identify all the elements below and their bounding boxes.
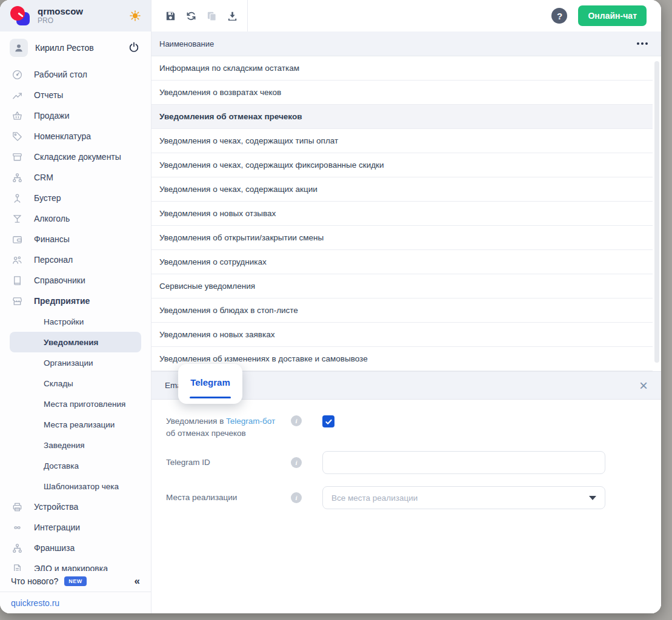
close-panel-icon[interactable]: ×: [639, 378, 648, 393]
sidebar-item-alcohol[interactable]: Алкоголь: [0, 208, 151, 229]
subitem-label: Настройки: [44, 317, 84, 326]
sidebar-footer: Что нового? NEW « quickresto.ru: [0, 571, 151, 613]
sidebar-item-dashboard[interactable]: Рабочий стол: [0, 64, 151, 85]
sidebar-subitem-organizations[interactable]: Организации: [10, 352, 141, 373]
book-icon: [11, 274, 23, 286]
account-title: qrmoscow: [38, 6, 122, 16]
online-chat-button[interactable]: Онлайн-чат: [578, 5, 647, 26]
table-row[interactable]: Уведомления о чеках, содержащих типы опл…: [151, 129, 653, 153]
user-name: Кирилл Рестов: [35, 43, 121, 53]
active-tab-underline: [190, 397, 231, 399]
reports-icon: [11, 89, 23, 101]
martini-glass-icon: [11, 213, 23, 225]
row-label: Уведомления о новых отзывах: [159, 209, 276, 218]
subitem-label: Склады: [44, 379, 73, 388]
collapse-sidebar-icon[interactable]: «: [135, 575, 140, 587]
table-header: Наименование: [151, 31, 661, 56]
table-row-selected[interactable]: Уведомления об отменах пречеков: [151, 105, 653, 129]
refresh-icon[interactable]: [181, 5, 201, 26]
sidebar-item-label: Персонал: [34, 255, 73, 265]
table-scrollbar[interactable]: [654, 61, 659, 363]
sidebar-item-devices[interactable]: Устройства: [0, 496, 151, 517]
site-link[interactable]: quickresto.ru: [11, 598, 59, 608]
wallet-icon: [11, 233, 23, 245]
more-options-icon[interactable]: [637, 42, 648, 45]
whats-new-link[interactable]: Что нового?: [11, 576, 58, 586]
sidebar-item-warehouse-docs[interactable]: Складские документы: [0, 147, 151, 167]
sidebar-item-label: Интеграции: [34, 523, 80, 532]
sidebar-item-enterprise[interactable]: Предприятие: [0, 291, 151, 311]
table-row[interactable]: Уведомления о новых заявках: [151, 323, 653, 347]
save-icon[interactable]: [160, 5, 181, 26]
sidebar-item-sales[interactable]: Продажи: [0, 105, 151, 126]
places-select[interactable]: Все места реализации: [322, 486, 605, 509]
row-label: Уведомления об изменениях в доставке и с…: [159, 354, 368, 363]
sidebar-subitem-warehouses[interactable]: Склады: [10, 373, 141, 394]
sidebar-subitem-notifications[interactable]: Уведомления: [10, 332, 141, 352]
table-row[interactable]: Уведомления о чеках, содержащих акции: [151, 177, 653, 202]
account-plan: PRO: [38, 17, 122, 25]
info-icon[interactable]: i: [291, 457, 302, 468]
sidebar-item-edo[interactable]: ЭДО и маркировка: [0, 558, 151, 571]
sidebar-item-reports[interactable]: Отчеты: [0, 85, 151, 105]
subitem-label: Организации: [44, 358, 93, 368]
sidebar-item-label: Продажи: [34, 111, 69, 120]
printer-icon: [11, 501, 23, 513]
subitem-label: Доставка: [44, 461, 79, 470]
sidebar-item-finance[interactable]: Финансы: [0, 229, 151, 249]
sidebar-subitem-settings[interactable]: Настройки: [10, 311, 141, 332]
sidebar-item-crm[interactable]: CRM: [0, 167, 151, 188]
sidebar-subitem-sales-places[interactable]: Места реализации: [10, 414, 141, 435]
sidebar-item-nomenclature[interactable]: Номенклатура: [0, 126, 151, 147]
sidebar-item-label: Франшиза: [34, 543, 75, 553]
sidebar-item-staff[interactable]: Персонал: [0, 249, 151, 270]
detail-panel: Email Telegram × Уведомления в Telegram-…: [151, 371, 661, 613]
table-row[interactable]: Информация по складским остаткам: [151, 56, 653, 81]
org-chart-icon: [11, 171, 23, 183]
table-row[interactable]: Сервисные уведомления: [151, 274, 653, 298]
sidebar-subitem-delivery[interactable]: Доставка: [10, 455, 141, 476]
sidebar-item-label: Складские документы: [34, 152, 121, 162]
sidebar-item-franchise[interactable]: Франшиза: [0, 538, 151, 558]
org-chart-icon: [11, 542, 23, 554]
sidebar-item-label: Номенклатура: [34, 131, 91, 141]
toolbar: ? Онлайн-чат: [151, 0, 661, 31]
table-row[interactable]: Уведомления о блюдах в стоп-листе: [151, 298, 653, 323]
download-icon[interactable]: [222, 5, 242, 26]
logout-power-icon[interactable]: [128, 41, 141, 54]
telegram-id-input[interactable]: [322, 451, 605, 474]
subitem-label: Места реализации: [44, 420, 115, 429]
app-window: qrmoscow PRO Кирилл Рестов: [0, 0, 661, 613]
copy-icon: [201, 5, 222, 26]
sidebar-item-label: Предприятие: [34, 296, 90, 306]
form-row-notify: Уведомления в Telegram-бот об отменах пр…: [166, 415, 647, 439]
booster-icon: [11, 192, 23, 204]
form-row-places: Места реализации i Все места реализации: [166, 486, 647, 509]
table-row[interactable]: Уведомления об открытии/закрытии смены: [151, 226, 653, 250]
quickresto-logo-icon: [10, 5, 30, 26]
storefront-icon: [11, 295, 23, 307]
info-icon[interactable]: i: [291, 492, 302, 503]
tab-telegram[interactable]: Telegram: [178, 364, 242, 404]
sidebar-subitem-receipt-template[interactable]: Шаблонизатор чека: [10, 476, 141, 496]
sidebar-item-booster[interactable]: Бустер: [0, 188, 151, 208]
table-row[interactable]: Уведомления о сотрудниках: [151, 250, 653, 274]
table-row[interactable]: Уведомления о новых отзывах: [151, 202, 653, 226]
telegram-bot-link[interactable]: Telegram-бот: [226, 417, 275, 426]
info-icon[interactable]: i: [291, 415, 302, 426]
subitem-label: Уведомления: [44, 338, 98, 347]
sidebar-subitem-venues[interactable]: Заведения: [10, 435, 141, 455]
row-label: Уведомления о сотрудниках: [159, 257, 267, 266]
sidebar-item-directories[interactable]: Справочники: [0, 270, 151, 291]
subitem-label: Шаблонизатор чека: [44, 482, 119, 491]
sidebar-item-integrations[interactable]: Интеграции: [0, 517, 151, 538]
sidebar-item-label: ЭДО и маркировка: [34, 564, 108, 571]
table-row[interactable]: Уведомления о возвратах чеков: [151, 81, 653, 105]
theme-brightness-icon[interactable]: [129, 10, 141, 22]
help-icon[interactable]: ?: [551, 8, 567, 24]
notify-checkbox[interactable]: [322, 415, 334, 427]
table-row[interactable]: Уведомления о чеках, содержащих фиксиров…: [151, 153, 653, 177]
sidebar-subitem-cooking-places[interactable]: Места приготовления: [10, 394, 141, 414]
notification-table: Информация по складским остаткам Уведомл…: [151, 56, 661, 371]
row-label: Информация по складским остаткам: [159, 64, 299, 73]
